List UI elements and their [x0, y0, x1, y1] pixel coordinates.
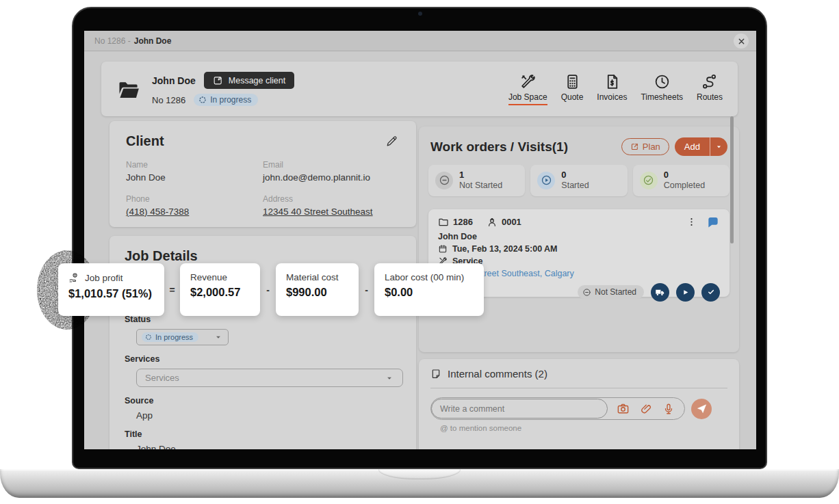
- note-icon: [430, 369, 441, 380]
- services-label: Services: [125, 354, 401, 364]
- visit-client-name: John Doe: [438, 232, 720, 241]
- calendar-icon: [438, 244, 448, 254]
- worker-icon: [487, 217, 498, 228]
- status-badge-label: In progress: [210, 95, 251, 105]
- chevron-down-icon: [385, 373, 394, 383]
- more-menu-icon[interactable]: [686, 217, 697, 227]
- comment-toolbar: [430, 397, 685, 420]
- job-profit-label: Job profit: [85, 273, 123, 283]
- comment-input[interactable]: [431, 399, 608, 419]
- title-value[interactable]: John Doe: [136, 444, 176, 449]
- app-screen: No 1286 - John Doe John Doe: [84, 31, 756, 449]
- client-card: Client Name John Doe Email john.doe@demo…: [109, 121, 416, 227]
- labor-cost-label: Labor cost (00 min): [385, 272, 464, 282]
- start-visit-button[interactable]: [676, 283, 695, 302]
- counter-not-started-count: 1: [459, 170, 502, 181]
- material-cost-value: $990.00: [286, 286, 348, 299]
- tab-timesheets[interactable]: Timesheets: [641, 73, 683, 105]
- client-email-field: Email john.doe@demo.plannit.io: [263, 160, 400, 183]
- title-label: Title: [125, 429, 401, 439]
- tab-quote[interactable]: Quote: [561, 73, 584, 105]
- spinner-icon: [198, 96, 207, 104]
- counter-started-count: 0: [561, 170, 589, 181]
- source-group: Source App: [125, 396, 401, 421]
- services-dropdown[interactable]: Services: [136, 369, 403, 387]
- equals-sign: =: [164, 263, 180, 316]
- message-client-button[interactable]: Message client: [204, 72, 294, 89]
- job-profit-value: $1,010.57 (51%): [68, 287, 154, 300]
- window-titlebar: No 1286 - John Doe: [84, 31, 756, 51]
- paperclip-icon[interactable]: [640, 403, 652, 415]
- spinner-icon: [145, 334, 152, 341]
- client-name-field: Name John Doe: [126, 160, 263, 183]
- status-group: Status In progress: [125, 315, 401, 345]
- counter-completed[interactable]: 0 Completed: [633, 165, 730, 196]
- edit-client-button[interactable]: [385, 135, 398, 148]
- client-address-field: Address 12345 40 Street Southeast: [263, 194, 400, 217]
- tab-routes-label: Routes: [697, 92, 723, 102]
- client-email-value: john.doe@demo.plannit.io: [263, 172, 400, 183]
- work-orders-panel: Work orders / Visits(1) Plan Add: [419, 127, 739, 352]
- status-label: Status: [125, 315, 401, 324]
- close-button[interactable]: [734, 34, 749, 49]
- truck-icon: [655, 287, 665, 297]
- tab-job-space[interactable]: Job Space: [508, 73, 547, 105]
- client-address-link[interactable]: 12345 40 Street Southeast: [263, 207, 400, 217]
- visit-status-chip[interactable]: Not Started: [578, 285, 644, 299]
- complete-visit-button[interactable]: [701, 283, 720, 302]
- calculator-icon: [564, 73, 581, 90]
- minus-circle-icon: [582, 288, 591, 297]
- external-link-icon: [630, 142, 639, 151]
- add-dropdown-button[interactable]: [710, 137, 727, 156]
- minus-circle-icon: [435, 172, 453, 189]
- folder-icon: [438, 217, 449, 228]
- scrollbar-thumb[interactable]: [730, 116, 734, 243]
- status-dropdown-value: In progress: [155, 333, 193, 341]
- status-dropdown-chip: In progress: [142, 332, 198, 342]
- add-button[interactable]: Add: [675, 137, 710, 156]
- revenue-label: Revenue: [190, 272, 227, 282]
- divider: [430, 388, 727, 388]
- tools-icon: [519, 73, 537, 90]
- labor-cost-value: $0.00: [385, 286, 474, 299]
- close-icon: [738, 38, 745, 45]
- plan-button[interactable]: Plan: [621, 138, 669, 155]
- job-folder-icon: [116, 78, 141, 103]
- play-circle-icon: [537, 172, 555, 189]
- counter-completed-count: 0: [664, 170, 705, 181]
- paper-plane-icon: [697, 403, 707, 414]
- work-orders-title: Work orders / Visits(1): [430, 140, 568, 155]
- dispatch-truck-button[interactable]: [651, 283, 669, 302]
- chat-bubble-icon[interactable]: [706, 215, 720, 229]
- job-profit-tooltip: Job profit $1,010.57 (51%) = Revenue $2,…: [58, 263, 484, 316]
- counter-started[interactable]: 0 Started: [530, 165, 627, 196]
- job-header-card: John Doe Message client No 1286 I: [101, 62, 738, 116]
- plan-button-label: Plan: [643, 142, 660, 152]
- titlebar-job-number: No 1286 -: [94, 36, 131, 46]
- route-icon: [701, 73, 718, 90]
- material-cost-panel: Material cost $990.00: [276, 263, 359, 316]
- tab-routes[interactable]: Routes: [697, 73, 723, 105]
- play-icon: [681, 288, 690, 297]
- invoice-icon: [604, 73, 621, 90]
- counter-completed-label: Completed: [664, 181, 705, 191]
- tab-timesheets-label: Timesheets: [641, 92, 683, 102]
- status-badge: In progress: [194, 94, 258, 106]
- edit-square-icon: [213, 75, 223, 85]
- visit-counters: 1 Not Started 0 Started: [428, 165, 730, 196]
- send-comment-button[interactable]: [691, 399, 712, 419]
- mention-hint: @ to mention someone: [440, 424, 727, 432]
- job-profit-panel: Job profit $1,010.57 (51%): [58, 263, 164, 316]
- labor-cost-panel: Labor cost (00 min) $0.00: [374, 263, 484, 316]
- status-dropdown[interactable]: In progress: [136, 329, 229, 345]
- tab-quote-label: Quote: [561, 92, 584, 102]
- source-value: App: [136, 410, 401, 421]
- tab-invoices[interactable]: Invoices: [597, 73, 627, 105]
- counter-not-started[interactable]: 1 Not Started: [428, 165, 525, 196]
- title-group: Title John Doe: [125, 429, 401, 449]
- microphone-icon[interactable]: [662, 403, 675, 415]
- client-phone-link[interactable]: (418) 458-7388: [126, 207, 263, 217]
- tab-invoices-label: Invoices: [597, 92, 627, 102]
- camera-icon[interactable]: [617, 402, 630, 415]
- counter-not-started-label: Not Started: [459, 181, 502, 191]
